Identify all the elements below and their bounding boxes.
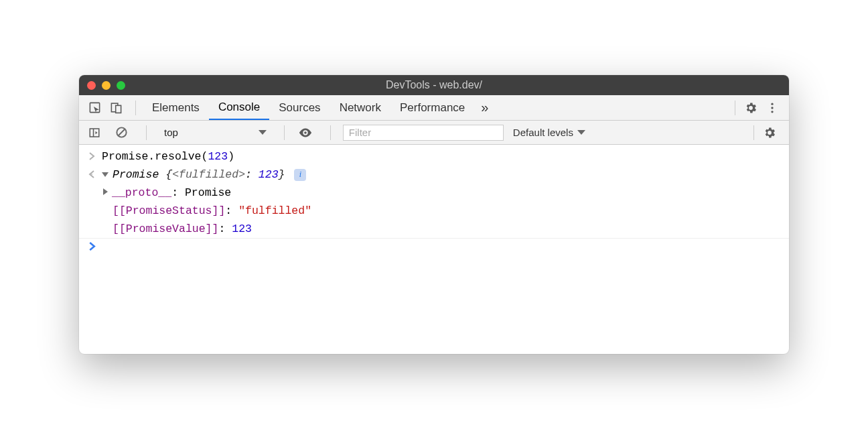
console-toolbar: top Default levels — [79, 121, 789, 145]
input-caret-icon — [88, 150, 99, 163]
tab-performance[interactable]: Performance — [390, 95, 474, 120]
result-content: Promise {<fulfilled>: 123} i — [99, 168, 306, 181]
context-label: top — [164, 127, 178, 138]
chevron-down-icon — [259, 130, 267, 135]
svg-point-5 — [771, 111, 773, 113]
info-badge-icon[interactable]: i — [294, 169, 306, 181]
svg-point-3 — [771, 103, 773, 105]
more-tabs-icon[interactable]: » — [474, 100, 495, 115]
toolbar-right — [747, 124, 782, 141]
sidebar-toggle-icon[interactable] — [86, 124, 103, 141]
close-button[interactable] — [87, 81, 96, 90]
prompt-caret-icon — [88, 241, 99, 254]
divider — [146, 125, 147, 140]
live-expression-icon[interactable] — [297, 124, 314, 141]
filter-input[interactable] — [343, 125, 504, 141]
svg-point-11 — [91, 174, 92, 175]
maximize-button[interactable] — [117, 81, 125, 90]
divider — [753, 125, 754, 140]
proto-content: __proto__: Promise — [100, 186, 231, 199]
tab-elements[interactable]: Elements — [143, 95, 209, 120]
divider — [735, 101, 735, 115]
status-content: [[PromiseStatus]]: "fulfilled" — [100, 204, 311, 217]
console-value-line[interactable]: [[PromiseValue]]: 123 — [79, 220, 789, 239]
log-levels-selector[interactable]: Default levels — [509, 127, 589, 138]
divider — [284, 125, 285, 140]
svg-line-9 — [118, 129, 125, 136]
svg-rect-2 — [115, 105, 121, 113]
tab-network[interactable]: Network — [330, 95, 390, 120]
console-input-line[interactable]: Promise.resolve(123) — [79, 147, 789, 166]
chevron-down-icon — [577, 130, 585, 135]
traffic-lights — [87, 81, 125, 90]
expand-caret-icon[interactable] — [102, 172, 108, 177]
clear-console-icon[interactable] — [113, 124, 130, 141]
console-proto-line[interactable]: __proto__: Promise — [79, 184, 789, 202]
console-body: Promise.resolve(123) Promise {<fulfilled… — [79, 145, 789, 354]
divider — [135, 101, 136, 115]
tab-console[interactable]: Console — [209, 95, 269, 120]
console-settings-icon[interactable] — [761, 124, 778, 141]
levels-label: Default levels — [513, 127, 573, 138]
result-caret-icon — [88, 168, 99, 181]
titlebar: DevTools - web.dev/ — [79, 75, 789, 95]
divider — [330, 125, 331, 140]
inspect-element-icon[interactable] — [86, 99, 103, 117]
input-text: Promise.resolve(123) — [99, 150, 234, 163]
console-prompt-line[interactable] — [79, 239, 789, 257]
expand-caret-icon[interactable] — [103, 188, 108, 195]
tabbar-right — [728, 99, 785, 117]
console-status-line[interactable]: [[PromiseStatus]]: "fulfilled" — [79, 202, 789, 220]
context-selector[interactable]: top — [159, 125, 272, 141]
console-result-line[interactable]: Promise {<fulfilled>: 123} i — [79, 166, 789, 184]
tab-sources[interactable]: Sources — [269, 95, 330, 120]
svg-rect-6 — [90, 129, 99, 137]
kebab-menu-icon[interactable] — [764, 99, 781, 117]
svg-point-4 — [771, 107, 773, 109]
value-content: [[PromiseValue]]: 123 — [100, 223, 252, 235]
svg-point-10 — [304, 131, 307, 134]
minimize-button[interactable] — [102, 81, 111, 90]
panel-tabbar: Elements Console Sources Network Perform… — [79, 95, 789, 121]
devtools-window: DevTools - web.dev/ Elements Console Sou… — [79, 75, 789, 354]
settings-icon[interactable] — [742, 99, 760, 117]
device-toolbar-icon[interactable] — [107, 99, 125, 117]
window-title: DevTools - web.dev/ — [79, 79, 789, 91]
